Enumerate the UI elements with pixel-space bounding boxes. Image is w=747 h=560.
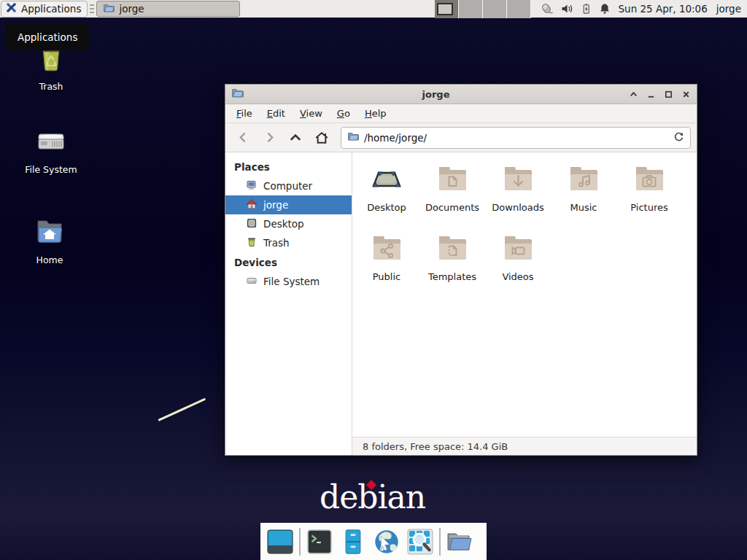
applications-menu-button[interactable]: Applications: [1, 1, 88, 18]
battery-icon[interactable]: [580, 2, 592, 15]
trash-icon: [246, 236, 258, 250]
terminal-icon[interactable]: [305, 527, 334, 556]
devices-header: Devices: [225, 252, 352, 272]
top-panel: Applications jorge: [0, 0, 747, 18]
sidebar-item-label: Computer: [263, 180, 312, 192]
file-item-label: Templates: [428, 271, 476, 282]
application-finder-icon[interactable]: [406, 527, 435, 556]
computer-icon: [246, 179, 258, 193]
dock-folder-icon[interactable]: [445, 527, 474, 556]
templates-folder-icon: [435, 230, 470, 268]
home-button[interactable]: [310, 127, 333, 149]
notifications-bell-icon[interactable]: [598, 2, 611, 15]
menu-view[interactable]: View: [293, 106, 329, 121]
panel-clock[interactable]: Sun 25 Apr, 10:06: [619, 3, 708, 15]
public-folder-icon: [369, 230, 404, 268]
sidebar-item-label: jorge: [263, 199, 288, 211]
window-folder-icon: [231, 87, 244, 101]
desktop-icon-label: Trash: [7, 81, 95, 92]
back-button[interactable]: [231, 127, 255, 149]
file-item-desktop[interactable]: Desktop: [354, 158, 419, 228]
minimize-button[interactable]: [646, 89, 656, 99]
panel-grip[interactable]: [90, 4, 94, 14]
dock-separator: [299, 528, 301, 556]
file-item-label: Videos: [502, 271, 533, 282]
desktop-icon-file-system[interactable]: File System: [7, 124, 95, 175]
web-browser-icon[interactable]: [372, 527, 401, 556]
dock-separator: [439, 528, 441, 556]
path-folder-icon: [347, 131, 359, 144]
bottom-dock: [260, 523, 487, 560]
file-cabinet-icon[interactable]: [338, 527, 368, 556]
volume-icon[interactable]: [560, 2, 574, 15]
menu-help[interactable]: Help: [358, 106, 393, 121]
file-item-label: Desktop: [367, 202, 406, 213]
documents-folder-icon: [435, 161, 470, 198]
path-text[interactable]: /home/jorge/: [364, 132, 668, 144]
system-tray: [538, 1, 611, 16]
desktop-icon-home[interactable]: Home: [6, 214, 93, 265]
downloads-folder-icon: [500, 161, 535, 198]
workspace-1[interactable]: [435, 0, 459, 18]
sidebar-item-computer[interactable]: Computer: [225, 176, 352, 195]
hard-drive-icon: [246, 275, 258, 289]
desktop-icon-label: Home: [6, 254, 93, 265]
stray-line-artifact: [158, 398, 206, 421]
places-sidebar: Places Computer: [225, 152, 352, 455]
places-header: Places: [225, 157, 352, 176]
desktop-icon-label: File System: [7, 164, 95, 175]
shade-window-button[interactable]: [628, 89, 638, 99]
file-item-downloads[interactable]: Downloads: [485, 158, 551, 228]
pictures-folder-icon: [632, 161, 667, 198]
xfce-applications-icon: [5, 1, 18, 16]
sidebar-item-desktop[interactable]: Desktop: [225, 214, 352, 233]
toolbar: /home/jorge/: [225, 123, 697, 152]
file-manager-window: jorge File Edit View Go Help: [225, 84, 697, 456]
workspace-pager[interactable]: [435, 0, 531, 18]
sidebar-item-label: Desktop: [263, 218, 304, 230]
path-entry[interactable]: /home/jorge/: [341, 127, 691, 149]
taskbar-window-button[interactable]: jorge: [96, 1, 240, 17]
applications-tooltip: Applications: [6, 24, 89, 50]
forward-button[interactable]: [258, 127, 281, 149]
desktop-workspace-icon: [369, 161, 404, 198]
reload-icon[interactable]: [673, 131, 684, 144]
file-item-label: Downloads: [492, 202, 543, 213]
sidebar-item-trash[interactable]: Trash: [225, 233, 352, 252]
panel-user-label[interactable]: jorge: [716, 3, 741, 15]
file-item-public[interactable]: Public: [354, 228, 419, 297]
menu-edit[interactable]: Edit: [260, 106, 292, 121]
window-body: Places Computer: [225, 152, 697, 455]
file-item-videos[interactable]: Videos: [485, 228, 551, 297]
menu-bar: File Edit View Go Help: [225, 104, 697, 123]
videos-folder-icon: [500, 230, 535, 268]
file-item-music[interactable]: Music: [551, 158, 616, 228]
workspace-4[interactable]: [507, 0, 531, 18]
file-item-label: Public: [373, 271, 400, 282]
up-button[interactable]: [284, 127, 307, 149]
file-item-label: Pictures: [630, 202, 667, 213]
file-item-label: Music: [570, 202, 597, 213]
taskbar-window-label: jorge: [119, 3, 144, 15]
close-button[interactable]: [681, 89, 691, 99]
workspace-3[interactable]: [483, 0, 507, 18]
music-folder-icon: [566, 161, 601, 198]
debian-logo: debian: [320, 478, 425, 516]
window-titlebar[interactable]: jorge: [225, 85, 697, 104]
hard-drive-icon: [7, 124, 95, 161]
mouse-tray-icon[interactable]: [538, 1, 554, 16]
sidebar-item-jorge[interactable]: jorge: [225, 195, 352, 214]
workspace-2[interactable]: [459, 0, 483, 18]
file-item-templates[interactable]: Templates: [419, 228, 485, 297]
file-item-documents[interactable]: Documents: [419, 158, 485, 228]
file-item-pictures[interactable]: Pictures: [616, 158, 682, 228]
show-desktop-icon[interactable]: [266, 527, 295, 556]
desktop-icon: [246, 217, 258, 231]
file-grid: Desktop Documents: [352, 152, 697, 437]
menu-go[interactable]: Go: [330, 106, 357, 121]
applications-menu-label: Applications: [21, 3, 81, 15]
menu-file[interactable]: File: [230, 106, 259, 121]
file-item-label: Documents: [425, 202, 479, 213]
maximize-button[interactable]: [663, 89, 673, 99]
sidebar-item-file-system[interactable]: File System: [225, 272, 352, 291]
